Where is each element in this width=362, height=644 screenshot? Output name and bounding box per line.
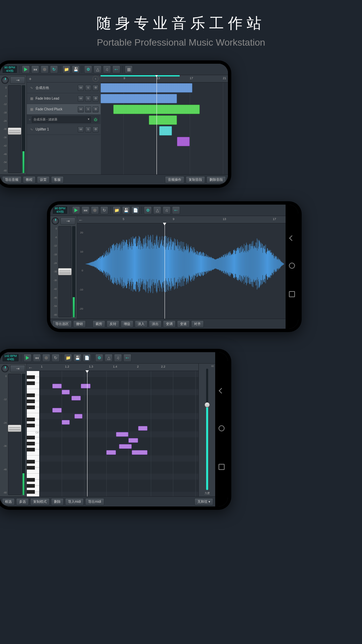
track-settings-button[interactable]: ⚙ [93,126,99,132]
waveform-panel[interactable]: ← 591317 20100-10-20 [77,216,286,319]
mixer-button[interactable]: ⚙ [144,206,152,214]
mute-button[interactable]: M [78,85,84,91]
solo-button[interactable]: S [85,96,91,102]
play-button[interactable] [72,206,80,214]
track-settings-button[interactable]: ⚙ [93,96,99,102]
master-knob[interactable] [52,217,59,225]
nav-home-icon[interactable] [219,425,225,431]
record-button[interactable] [42,354,50,362]
save-button[interactable]: 💾 [73,354,81,362]
back-arrow-icon[interactable]: ← [28,365,33,370]
delete-button[interactable]: 删除 [51,498,64,505]
clip[interactable] [149,115,177,125]
nav-back-icon[interactable] [289,235,295,241]
play-button[interactable] [23,354,32,362]
piano-black-key[interactable] [27,381,35,385]
chord-button[interactable]: 无和弦 ▾ [194,498,213,505]
fade-out-button[interactable]: 淡出 [149,320,162,328]
export-audio-button[interactable]: 导出音频 [2,176,21,183]
playhead[interactable] [157,75,157,174]
mixer-button[interactable]: ⚙ [84,65,92,73]
crop-button[interactable]: 裁剪 [93,320,105,328]
nav-recent-icon[interactable] [289,291,295,297]
playhead[interactable] [165,223,165,319]
folder-button[interactable]: 📁 [64,354,72,362]
reverse-button[interactable]: 反转 [107,320,119,328]
bpm-indicator[interactable]: 90 BPM4/4拍 [2,65,17,74]
service-button[interactable]: 客服 [51,176,64,183]
expand-button[interactable]: ⇥ [10,76,25,84]
track-row[interactable]: ∿合成吉他MS⚙ [27,83,101,93]
export-selection-button[interactable]: 导出选区 [52,320,72,328]
notes-button[interactable]: ♫ [114,354,122,362]
notes-button[interactable]: ♫ [103,65,111,73]
piano-black-key[interactable] [27,399,35,403]
piano-black-key[interactable] [27,406,35,409]
box-select-button[interactable]: 框选 [2,498,15,505]
piano-black-key[interactable] [27,448,35,451]
clips-area[interactable] [101,83,228,174]
save-button[interactable]: 💾 [72,65,80,73]
piano-black-key[interactable] [27,466,35,470]
solo-button[interactable]: S [85,126,91,132]
speed-button[interactable]: 变速 [177,320,190,328]
master-fader[interactable] [58,226,71,317]
mute-button[interactable]: M [78,96,84,102]
time-ruler[interactable]: ← 591317 [77,216,286,223]
midi-note[interactable] [116,432,129,437]
play-button[interactable] [22,65,30,73]
piano-black-key[interactable] [27,442,35,445]
time-ruler[interactable]: ← 11.21.31.422.2 [27,364,198,371]
track-settings-button[interactable]: ⚙ [93,106,99,112]
metronome-button[interactable]: △ [105,354,113,362]
rewind-button[interactable]: ⏮ [31,65,39,73]
midi-note[interactable] [62,420,70,425]
undo-button[interactable]: 撤销 [73,320,86,328]
delete-segment-button[interactable]: 删除音段 [206,176,226,183]
piano-black-key[interactable] [27,490,35,494]
timeline[interactable]: 9131721 [101,75,228,174]
multi-select-button[interactable]: 多选 [16,498,29,505]
master-fader[interactable] [8,374,21,495]
metronome-button[interactable]: △ [94,65,102,73]
clip[interactable] [159,126,172,136]
fx-select[interactable]: 合成乐器 - 滤波器▾ [32,116,91,123]
fade-in-button[interactable]: 淡入 [135,320,147,328]
piano-black-key[interactable] [27,375,35,379]
settings-button[interactable]: 设置 [37,176,50,183]
bpm-indicator[interactable]: 142 BPM4/4拍 [2,354,19,362]
midi-note[interactable] [62,390,70,394]
midi-note[interactable] [119,444,132,449]
solo-button[interactable]: S [85,106,91,112]
nav-home-icon[interactable] [289,263,295,269]
midi-note[interactable] [132,450,147,455]
copy-mode-button[interactable]: 复制模式 [30,498,50,505]
snap-button[interactable]: ⤎ [172,206,180,214]
export-midi-button[interactable]: 导出midi [85,498,104,505]
velocity-slider[interactable] [206,369,208,490]
document-button[interactable]: 📄 [131,206,139,214]
notes-grid[interactable] [40,371,198,496]
track-row[interactable]: ∿Uplifter 1MS⚙ [27,124,101,135]
waveform-display[interactable] [85,231,284,297]
expand-button[interactable]: ⇥ [60,217,75,225]
midi-note[interactable] [138,426,147,431]
rewind-button[interactable]: ⏮ [33,354,41,362]
keyboard-button[interactable]: ▦ [125,65,133,73]
add-track-button[interactable]: + [29,76,32,82]
track-row[interactable]: ▦Fade Chord PluckMS⚙ [27,104,101,115]
midi-note[interactable] [81,384,90,388]
piano-black-key[interactable] [27,424,35,427]
nav-back-icon[interactable] [219,388,225,393]
folder-button[interactable]: 📁 [113,206,121,214]
tutorial-button[interactable]: 教程 [23,176,36,183]
back-arrow-icon[interactable]: ← [78,217,83,223]
copy-segment-button[interactable]: 复制音段 [186,176,205,183]
solo-button[interactable]: S [85,85,91,91]
rewind-button[interactable]: ⏮ [81,206,89,214]
import-midi-button[interactable]: 导入midi [65,498,84,505]
track-settings-button[interactable]: ⚙ [93,85,99,91]
piano-black-key[interactable] [27,393,35,397]
mixer-button[interactable]: ⚙ [95,354,103,362]
piano-black-key[interactable] [27,418,35,421]
